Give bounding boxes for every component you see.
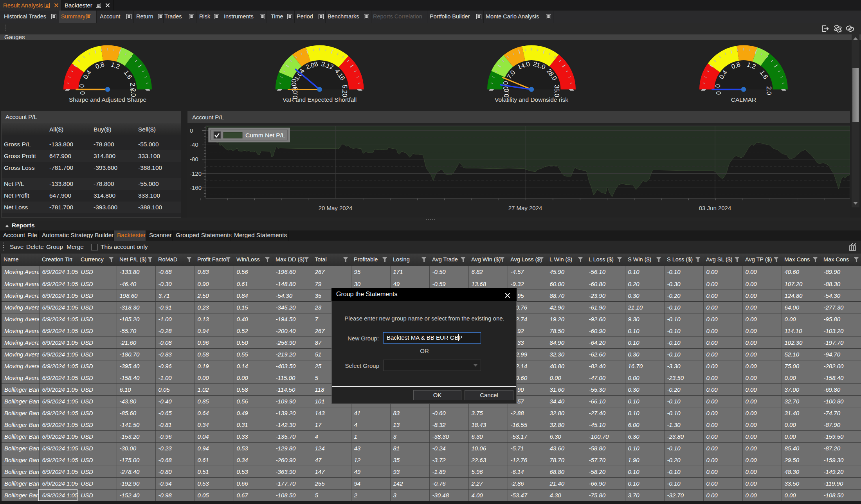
svg-text:0: 0 xyxy=(79,84,85,88)
svg-text:-80: -80 xyxy=(190,156,198,162)
svg-text:0: 0 xyxy=(190,127,193,134)
svg-text:03 Jun 2024: 03 Jun 2024 xyxy=(699,205,731,211)
svg-text:Account P/L: Account P/L xyxy=(192,114,224,121)
svg-text:27 May 2024: 27 May 2024 xyxy=(508,205,542,211)
svg-text:0: 0 xyxy=(79,91,86,95)
svg-text:0: 0 xyxy=(715,84,721,88)
svg-text:Sharpe and Adjusted Sharpe: Sharpe and Adjusted Sharpe xyxy=(69,96,146,103)
svg-text:2.0: 2.0 xyxy=(130,88,137,97)
svg-text:0: 0 xyxy=(715,91,722,95)
svg-text:-160: -160 xyxy=(190,184,202,191)
svg-text:Volatility and Downside risk: Volatility and Downside risk xyxy=(495,96,568,103)
svg-text:Cumm Net P/L: Cumm Net P/L xyxy=(245,132,285,139)
svg-text:35.0: 35.0 xyxy=(553,85,560,97)
svg-text:-40: -40 xyxy=(190,141,198,148)
svg-text:5.20: 5.20 xyxy=(341,85,348,97)
svg-text:20 May 2024: 20 May 2024 xyxy=(319,205,353,211)
svg-text:-120: -120 xyxy=(190,170,202,177)
svg-text:CALMAR: CALMAR xyxy=(731,96,757,103)
svg-text:2.0: 2.0 xyxy=(766,86,772,95)
svg-text:VaR and Expected Shortfall: VaR and Expected Shortfall xyxy=(283,96,357,103)
